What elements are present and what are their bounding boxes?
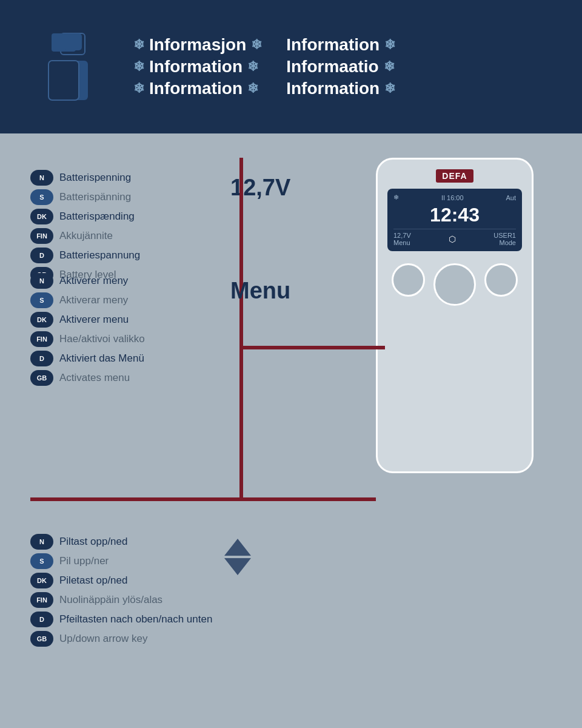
screen-bottom-row: 12,7V Menu ⬡ USER1 Mode bbox=[393, 229, 516, 246]
device-body: DEFA ❄ II 16:00 Aut 12:43 12,7V Menu ⬡ U… bbox=[376, 158, 534, 473]
menu-badge-gb: GB bbox=[30, 370, 53, 386]
arrow-label-fin: FIN Nuolinäppäin ylös/alas bbox=[30, 592, 212, 608]
screen-mode-label: Mode bbox=[493, 239, 516, 246]
menu-labels: N Aktiverer meny S Aktiverar meny DK Akt… bbox=[30, 273, 212, 386]
menu-text-fin: Hae/aktivoi valikko bbox=[59, 333, 145, 345]
header-line-3: ❄ Information ❄ bbox=[133, 79, 262, 98]
arrow-label-s: S Pil upp/ner bbox=[30, 553, 212, 569]
arrow-badge-gb: GB bbox=[30, 631, 53, 647]
arrow-text-n: Piltast opp/ned bbox=[59, 536, 127, 548]
device-btn-left bbox=[392, 263, 425, 297]
header-line-6: Information ❄ bbox=[286, 79, 395, 98]
menu-label-n: N Aktiverer meny bbox=[30, 273, 212, 289]
arrow-labels: N Piltast opp/ned S Pil upp/ner DK Pilet… bbox=[30, 534, 212, 647]
header-text-2: Information bbox=[149, 57, 242, 76]
header-col-right: Information ❄ Informaatio ❄ Information … bbox=[286, 35, 395, 98]
snowflake-icon-6: ❄ bbox=[247, 81, 258, 96]
battery-label-s: S Batterispänning bbox=[30, 189, 212, 205]
screen-mode-area: USER1 Mode bbox=[493, 232, 516, 246]
battery-label-fin: FIN Akkujännite bbox=[30, 228, 212, 244]
arrow-keys-visual bbox=[224, 539, 251, 575]
battery-labels: N Batterispenning S Batterispänning DK B… bbox=[30, 170, 212, 283]
screen-aut: Aut bbox=[506, 194, 516, 201]
battery-label-d: D Batteriespannung bbox=[30, 248, 212, 263]
lang-badge-s: S bbox=[30, 189, 53, 205]
arrow-label-n: N Piltast opp/ned bbox=[30, 534, 212, 550]
screen-voltage: 12,7V bbox=[393, 232, 411, 239]
menu-badge-fin: FIN bbox=[30, 331, 53, 347]
snowflake-icon-2: ❄ bbox=[251, 37, 262, 53]
device-buttons bbox=[387, 263, 522, 306]
menu-badge-dk: DK bbox=[30, 312, 53, 328]
menu-text-n: Aktiverer meny bbox=[59, 275, 128, 287]
battery-label-n: N Batterispenning bbox=[30, 170, 212, 186]
header-col-left: ❄ Informasjon ❄ ❄ Information ❄ ❄ Inform… bbox=[133, 35, 262, 98]
menu-section: N Aktiverer meny S Aktiverar meny DK Akt… bbox=[30, 273, 290, 386]
arrow-text-dk: Piletast op/ned bbox=[59, 575, 127, 587]
screen-time-mode: II 16:00 bbox=[441, 194, 464, 201]
arrow-badge-dk: DK bbox=[30, 573, 53, 588]
menu-label-gb: GB Activates menu bbox=[30, 370, 212, 386]
device-btn-right bbox=[484, 263, 518, 297]
header: ❄ Informasjon ❄ ❄ Information ❄ ❄ Inform… bbox=[0, 0, 582, 133]
arrow-section: N Piltast opp/ned S Pil upp/ner DK Pilet… bbox=[30, 534, 251, 647]
menu-badge-d: D bbox=[30, 351, 53, 366]
header-text-1: Informasjon bbox=[149, 35, 246, 55]
menu-text-dk: Aktiverer menu bbox=[59, 314, 129, 326]
screen-arrows: ⬡ bbox=[449, 234, 456, 244]
menu-label-s: S Aktiverar meny bbox=[30, 292, 212, 308]
screen-time-display: 12:43 bbox=[393, 204, 516, 226]
logo-area bbox=[24, 18, 121, 115]
svg-rect-4 bbox=[65, 33, 82, 50]
screen-top-row: ❄ II 16:00 Aut bbox=[393, 194, 516, 201]
menu-text-s: Aktiverar meny bbox=[59, 294, 128, 306]
arrow-badge-n: N bbox=[30, 534, 53, 550]
menu-label-dk: DK Aktiverer menu bbox=[30, 312, 212, 328]
header-line-1: ❄ Informasjon ❄ bbox=[133, 35, 262, 55]
device-brand: DEFA bbox=[387, 169, 522, 183]
battery-text-d: Batteriespannung bbox=[59, 249, 140, 261]
arrow-badge-fin: FIN bbox=[30, 592, 53, 608]
lang-badge-n: N bbox=[30, 170, 53, 186]
screen-menu-label: Menu bbox=[393, 239, 411, 246]
device-btn-center bbox=[433, 263, 476, 306]
menu-text-gb: Activates menu bbox=[59, 372, 130, 384]
arrow-text-fin: Nuolinäppäin ylös/alas bbox=[59, 594, 162, 606]
screen-menu-area: 12,7V Menu bbox=[393, 232, 411, 246]
defa-logo: DEFA bbox=[436, 169, 473, 183]
arrow-badge-s: S bbox=[30, 553, 53, 569]
snowflake-icon-5: ❄ bbox=[133, 81, 144, 96]
menu-text-d: Aktiviert das Menü bbox=[59, 352, 144, 365]
snowflake-icon-8: ❄ bbox=[384, 59, 395, 75]
menu-badge-n: N bbox=[30, 273, 53, 289]
header-text-3: Information bbox=[149, 79, 242, 98]
snowflake-icon-7: ❄ bbox=[384, 37, 395, 53]
screen-snowflake: ❄ bbox=[393, 194, 399, 201]
arrow-down-icon bbox=[224, 558, 251, 575]
arrow-badge-d: D bbox=[30, 612, 53, 627]
header-line-5: Informaatio ❄ bbox=[286, 57, 395, 76]
svg-rect-3 bbox=[48, 61, 79, 100]
battery-text-s: Batterispänning bbox=[59, 191, 131, 203]
divider-line bbox=[30, 497, 376, 501]
arrow-label-dk: DK Piletast op/ned bbox=[30, 573, 212, 588]
device-screen: ❄ II 16:00 Aut 12:43 12,7V Menu ⬡ USER1 … bbox=[387, 189, 522, 251]
snowflake-icon: ❄ bbox=[133, 37, 144, 53]
main-content: N Batterispenning S Batterispänning DK B… bbox=[0, 133, 582, 728]
header-text-5: Informaatio bbox=[286, 57, 378, 76]
header-text-4: Information bbox=[286, 35, 380, 55]
lang-badge-d: D bbox=[30, 248, 53, 263]
arrow-up-icon bbox=[224, 539, 251, 556]
battery-text-n: Batterispenning bbox=[59, 172, 131, 184]
header-line-4: Information ❄ bbox=[286, 35, 395, 55]
arrow-text-d: Pfeiltasten nach oben/nach unten bbox=[59, 613, 212, 625]
snowflake-icon-9: ❄ bbox=[384, 81, 395, 96]
lang-badge-dk: DK bbox=[30, 209, 53, 224]
lang-badge-fin: FIN bbox=[30, 228, 53, 244]
snowflake-icon-3: ❄ bbox=[133, 59, 144, 75]
menu-label-d: D Aktiviert das Menü bbox=[30, 351, 212, 366]
battery-text-dk: Batterispænding bbox=[59, 211, 135, 223]
header-text: ❄ Informasjon ❄ ❄ Information ❄ ❄ Inform… bbox=[133, 35, 395, 98]
device-illustration: DEFA ❄ II 16:00 Aut 12:43 12,7V Menu ⬡ U… bbox=[376, 158, 552, 497]
snowflake-icon-4: ❄ bbox=[247, 59, 258, 75]
